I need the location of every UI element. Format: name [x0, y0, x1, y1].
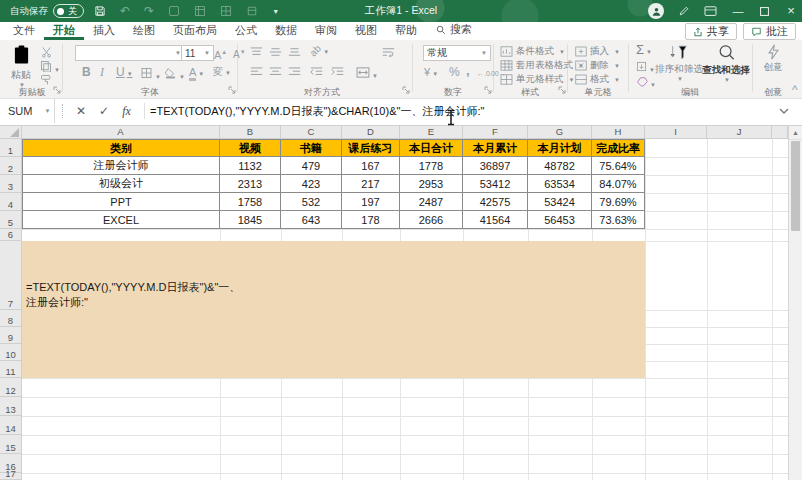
ribbon-options-icon[interactable] — [704, 6, 717, 17]
conditional-formatting-button[interactable]: 条件格式▼ — [500, 45, 565, 58]
row-header-4[interactable]: 4 — [0, 193, 22, 211]
font-name-combo[interactable]: ▼ — [75, 45, 185, 61]
cell-G4[interactable]: 53424 — [528, 193, 592, 211]
cell-A5[interactable]: EXCEL — [22, 211, 220, 229]
grow-font-icon[interactable]: A▲ — [214, 46, 227, 61]
column-header-E[interactable]: E — [400, 126, 463, 139]
cancel-icon[interactable]: ✕ — [76, 104, 86, 118]
enter-icon[interactable]: ✓ — [99, 104, 109, 118]
account-icon[interactable] — [648, 3, 664, 19]
accounting-format-icon[interactable]: ¥▼ — [424, 66, 438, 80]
cell-A4[interactable]: PPT — [22, 193, 220, 211]
styles-dialog-launcher[interactable] — [558, 86, 566, 94]
cell-C1[interactable]: 书籍 — [281, 139, 342, 157]
cell-F5[interactable]: 41564 — [463, 211, 528, 229]
cell-H2[interactable]: 75.64% — [592, 157, 645, 175]
increase-indent-icon[interactable] — [331, 67, 344, 79]
comments-button[interactable]: 批注 — [743, 23, 796, 40]
pen-icon[interactable] — [678, 5, 690, 17]
row-header-12[interactable]: 12 — [0, 378, 22, 397]
cell-G1[interactable]: 本月计划 — [528, 139, 592, 157]
name-box[interactable]: SUM ▼ — [0, 99, 55, 123]
tab-帮助[interactable]: 帮助 — [386, 24, 426, 40]
cell-B4[interactable]: 1758 — [220, 193, 281, 211]
column-header-F[interactable]: F — [463, 126, 528, 139]
align-center-icon[interactable] — [269, 67, 282, 79]
cell-F2[interactable]: 36897 — [463, 157, 528, 175]
cell-C4[interactable]: 532 — [281, 193, 342, 211]
cell-C2[interactable]: 479 — [281, 157, 342, 175]
cell-E5[interactable]: 2666 — [400, 211, 463, 229]
paste-button[interactable]: 粘贴 ▼ — [6, 44, 36, 88]
column-header-D[interactable]: D — [342, 126, 400, 139]
align-top-icon[interactable] — [250, 47, 263, 59]
row-header-9[interactable]: 9 — [0, 327, 22, 344]
undo-icon[interactable]: ↶ — [120, 4, 130, 18]
minimize-icon[interactable]: — — [731, 0, 745, 22]
tab-开始[interactable]: 开始 — [44, 24, 84, 40]
row-header-8[interactable]: 8 — [0, 310, 22, 327]
cell-E2[interactable]: 1778 — [400, 157, 463, 175]
cell-A2[interactable]: 注册会计师 — [22, 157, 220, 175]
align-middle-icon[interactable] — [269, 47, 282, 59]
cell-G2[interactable]: 48782 — [528, 157, 592, 175]
number-dialog-launcher[interactable] — [484, 86, 492, 94]
alignment-dialog-launcher[interactable] — [402, 86, 410, 94]
underline-icon[interactable]: U▼ — [116, 66, 133, 80]
column-header-A[interactable]: A — [22, 126, 220, 139]
format-as-table-button[interactable]: 套用表格格式▼ — [500, 59, 584, 72]
table-style-icon[interactable] — [194, 5, 206, 17]
column-header-B[interactable]: B — [220, 126, 281, 139]
delete-cells-button[interactable]: 删除▼ — [575, 59, 620, 72]
merge-center-icon[interactable]: ▼ — [356, 67, 378, 82]
cell-H4[interactable]: 79.69% — [592, 193, 645, 211]
qat-dropdown-icon[interactable]: ▼ — [272, 8, 279, 15]
phonetic-guide-icon[interactable]: 変▼ — [213, 66, 231, 79]
cell-A7-note[interactable]: =TEXT(TODAY(),"YYYY.M.D日报表")&"一、 注册会计师:" — [22, 241, 645, 378]
italic-icon[interactable]: I — [100, 66, 104, 78]
cell-styles-button[interactable]: 单元格样式▼ — [500, 73, 574, 86]
touch-mode-icon[interactable] — [168, 5, 180, 17]
cell-H5[interactable]: 73.63% — [592, 211, 645, 229]
cell-E1[interactable]: 本日合计 — [400, 139, 463, 157]
format-qat-icon[interactable] — [246, 5, 258, 17]
tab-search[interactable]: 搜索 — [436, 22, 472, 40]
tab-页面布局[interactable]: 页面布局 — [164, 24, 226, 40]
font-color-icon[interactable]: A▼ — [189, 66, 204, 80]
number-format-combo[interactable]: 常规▼ — [423, 45, 491, 61]
cell-D4[interactable]: 197 — [342, 193, 400, 211]
scrollbar-thumb[interactable] — [791, 141, 800, 231]
column-header-partial[interactable] — [772, 126, 788, 139]
maximize-icon[interactable] — [759, 6, 770, 17]
row-header-10[interactable]: 10 — [0, 344, 22, 361]
font-dialog-launcher[interactable] — [228, 86, 236, 94]
row-header-1[interactable]: 1 — [0, 139, 22, 157]
cell-D3[interactable]: 217 — [342, 175, 400, 193]
cell-E4[interactable]: 2487 — [400, 193, 463, 211]
tab-绘图[interactable]: 绘图 — [124, 24, 164, 40]
autosave-toggle[interactable]: 关 — [53, 4, 84, 18]
tab-数据[interactable]: 数据 — [266, 24, 306, 40]
format-cells-button[interactable]: 格式▼ — [575, 73, 620, 86]
align-bottom-icon[interactable] — [288, 47, 301, 59]
row-header-17[interactable]: 17 — [0, 473, 22, 480]
cell-F1[interactable]: 本月累计 — [463, 139, 528, 157]
collapse-ribbon-icon[interactable]: ^ — [792, 84, 798, 96]
tab-文件[interactable]: 文件 — [4, 24, 44, 40]
column-header-H[interactable]: H — [592, 126, 645, 139]
cell-H3[interactable]: 84.07% — [592, 175, 645, 193]
cell-G3[interactable]: 63534 — [528, 175, 592, 193]
cell-C3[interactable]: 423 — [281, 175, 342, 193]
row-header-2[interactable]: 2 — [0, 157, 22, 175]
vertical-scrollbar[interactable]: ▲ — [788, 126, 802, 480]
row-header-15[interactable]: 15 — [0, 435, 22, 454]
row-header-5[interactable]: 5 — [0, 211, 22, 229]
fill-icon[interactable]: ▼ — [636, 61, 655, 76]
cell-D1[interactable]: 课后练习 — [342, 139, 400, 157]
clear-icon[interactable]: ▼ — [636, 76, 656, 91]
autosum-icon[interactable]: Σ▼ — [636, 44, 652, 58]
cell-E3[interactable]: 2953 — [400, 175, 463, 193]
formula-bar-handle[interactable] — [62, 104, 63, 118]
select-all-corner[interactable] — [0, 126, 22, 139]
fill-color-icon[interactable]: ▼ — [164, 67, 185, 83]
